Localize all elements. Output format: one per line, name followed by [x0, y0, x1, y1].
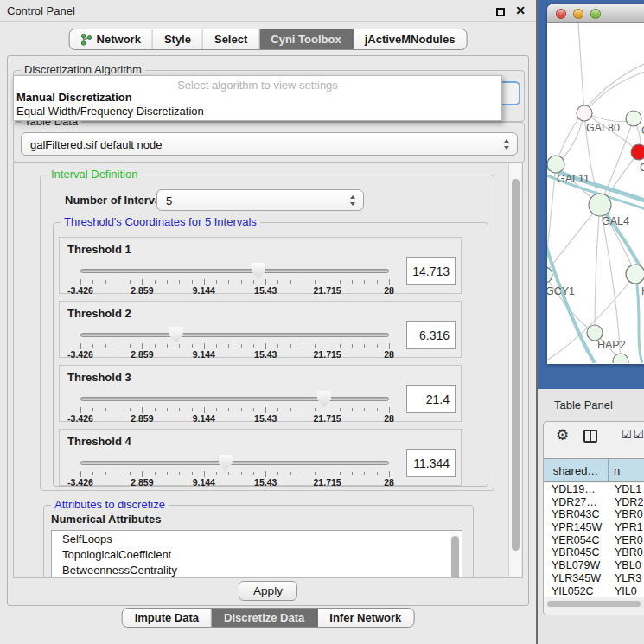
minimize-traffic-light[interactable]: [573, 9, 583, 19]
checkbox-icon[interactable]: ☑: [634, 428, 644, 441]
slider-track: [80, 333, 389, 337]
table-row[interactable]: YDR27…YDR2: [544, 496, 644, 509]
tab-infer-network[interactable]: Infer Network: [317, 609, 413, 627]
threshold-row: Threshold 1 -3.4262.8599.14415.4321.7152…: [59, 237, 462, 294]
slider-thumb[interactable]: [252, 263, 265, 279]
cyni-bottom-tabbar: Impute DataDiscretize DataInfer Network: [122, 608, 415, 628]
attributes-list-scrollbar[interactable]: [450, 532, 460, 578]
table-cell: YPR1: [609, 521, 644, 534]
close-icon[interactable]: ✕: [515, 3, 526, 17]
threshold-row: Threshold 4 -3.4262.8599.14415.4321.7152…: [59, 429, 462, 486]
apply-button[interactable]: Apply: [239, 581, 297, 601]
tick-mark: [265, 407, 266, 413]
tick-mark: [155, 472, 156, 475]
attribute-item[interactable]: TopologicalCoefficient: [52, 546, 462, 562]
network-node[interactable]: [589, 194, 611, 216]
attribute-item[interactable]: SelfLoops: [52, 531, 462, 546]
tick-label: -3.426: [67, 349, 93, 360]
tick-mark: [118, 280, 118, 284]
checkbox-icon[interactable]: ☑: [622, 428, 632, 441]
table-row[interactable]: YBR045CYBR0: [544, 546, 644, 559]
tab-network[interactable]: Network: [70, 29, 153, 49]
slider-tick-labels: -3.4262.8599.14415.4321.71528: [80, 477, 389, 486]
table-row[interactable]: YER054CYER0: [544, 534, 644, 547]
split-view-icon[interactable]: [583, 430, 597, 443]
threshold-slider[interactable]: [80, 390, 389, 407]
group-title: Discretization Algorithm: [21, 63, 145, 76]
tick-mark: [105, 344, 106, 348]
slider-thumb[interactable]: [169, 327, 183, 343]
attribute-item[interactable]: BetweennessCentrality: [52, 562, 462, 577]
threshold-slider[interactable]: [80, 454, 389, 471]
scrollbar-thumb[interactable]: [451, 536, 459, 578]
threshold-value-field[interactable]: 11.344: [406, 449, 456, 477]
table-cell: YBR043C: [544, 508, 609, 521]
tab-label: Network: [97, 33, 141, 46]
network-window[interactable]: GAL80GALCGAL11GAL4GCY1HHAP2: [547, 4, 644, 364]
column-header[interactable]: n: [609, 459, 644, 481]
table-data-combobox[interactable]: galFiltered.sif default node: [21, 132, 518, 156]
network-node[interactable]: [626, 111, 641, 126]
tick-mark: [241, 408, 242, 411]
network-canvas[interactable]: GAL80GALCGAL11GAL4GCY1HHAP2: [547, 23, 644, 363]
table-row[interactable]: YLR345WYLR3: [544, 572, 644, 585]
network-node[interactable]: [547, 267, 552, 283]
tick-label: 2.859: [131, 413, 153, 424]
threshold-value-field[interactable]: 6.316: [406, 321, 456, 349]
scrollbar-thumb[interactable]: [547, 601, 641, 607]
control-panel-tabbar: NetworkStyleSelectCyni ToolboxjActiveMNo…: [69, 29, 468, 50]
tab-cyni-toolbox[interactable]: Cyni Toolbox: [259, 29, 353, 49]
control-panel-titlebar[interactable]: Control Panel ✕: [0, 0, 536, 22]
float-icon[interactable]: [496, 8, 505, 16]
threshold-row: Threshold 2 -3.4262.8599.14415.4321.7152…: [59, 301, 462, 358]
tick-mark: [352, 472, 353, 475]
settings-scrollbar[interactable]: [508, 163, 521, 577]
tab-style[interactable]: Style: [153, 29, 203, 49]
gear-icon[interactable]: ⚙: [556, 426, 569, 444]
column-header[interactable]: shared…: [544, 459, 609, 481]
table-row[interactable]: YPR145WYPR1: [544, 521, 644, 534]
threshold-slider[interactable]: [80, 326, 389, 343]
table-header: shared… n: [544, 458, 644, 482]
number-of-intervals-label: Number of Intervals: [65, 194, 170, 207]
threshold-slider[interactable]: [80, 262, 389, 279]
table-row[interactable]: YDL19…YDL1: [544, 483, 644, 496]
threshold-value-field[interactable]: 21.4: [406, 385, 456, 413]
table-row[interactable]: YBL079WYBL0: [544, 559, 644, 572]
table-cell: YIL0: [609, 585, 644, 598]
tick-mark: [389, 279, 390, 285]
number-of-intervals-combobox[interactable]: 5: [156, 189, 364, 211]
network-node[interactable]: [547, 156, 564, 173]
slider-thumb[interactable]: [317, 391, 331, 407]
table-cell: YDL1: [609, 483, 644, 496]
table-row[interactable]: YBR043CYBR0: [544, 508, 644, 521]
network-graph: GAL80GALCGAL11GAL4GCY1HHAP2: [547, 23, 644, 363]
dropdown-option[interactable]: Equal Width/Frequency Discretization: [14, 105, 501, 118]
table-panel: Table Panel ⚙ ☑ ☑ shared… n YDL19…YDL1YD…: [538, 389, 644, 644]
tick-label: 9.144: [193, 349, 215, 360]
slider-thumb[interactable]: [219, 455, 233, 471]
network-node[interactable]: [577, 105, 592, 121]
zoom-traffic-light[interactable]: [590, 9, 601, 19]
tick-mark: [277, 280, 278, 284]
thresholds-group: Threshold's Coordinates for 5 Intervals …: [53, 222, 488, 487]
panel-title: Control Panel: [7, 4, 75, 17]
table-hscrollbar[interactable]: [546, 600, 644, 608]
tab-select[interactable]: Select: [203, 29, 259, 49]
threshold-value-field[interactable]: 14.713: [406, 257, 456, 285]
slider-tick-labels: -3.4262.8599.14415.4321.71528: [80, 413, 389, 422]
network-window-titlebar[interactable]: [547, 4, 644, 23]
tab-impute-data[interactable]: Impute Data: [123, 609, 212, 627]
scrollbar-thumb[interactable]: [512, 179, 520, 551]
tick-mark: [303, 344, 303, 348]
network-node[interactable]: [626, 265, 644, 284]
table-row[interactable]: YIL052CYIL0: [544, 585, 644, 598]
close-traffic-light[interactable]: [556, 9, 566, 19]
tab-label: Infer Network: [329, 611, 401, 624]
network-node[interactable]: [631, 144, 644, 160]
tab-jactivemnodules[interactable]: jActiveMNodules: [354, 29, 467, 49]
tick-label: 15.43: [254, 349, 277, 360]
attributes-list[interactable]: SelfLoopsTopologicalCoefficientBetweenne…: [51, 530, 462, 578]
dropdown-option[interactable]: Manual Discretization: [14, 91, 501, 105]
tab-discretize-data[interactable]: Discretize Data: [212, 609, 317, 627]
